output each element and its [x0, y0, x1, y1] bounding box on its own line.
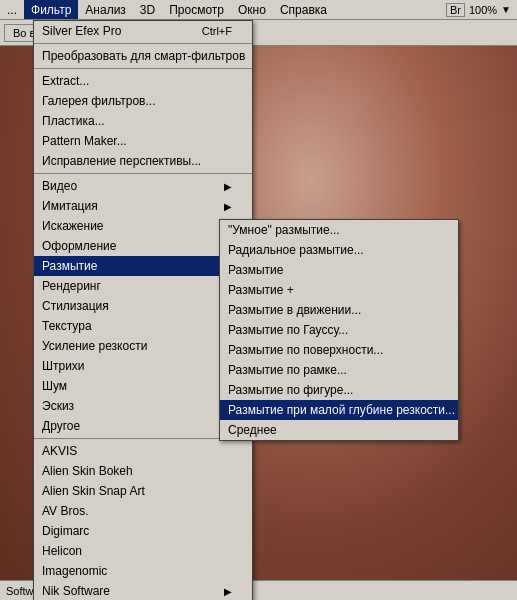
- menu-filter-gallery[interactable]: Галерея фильтров...: [34, 91, 252, 111]
- submenu-average[interactable]: Среднее: [220, 420, 458, 440]
- menu-item-analysis[interactable]: Анализ: [78, 0, 133, 19]
- menu-alien-bokeh[interactable]: Alien Skin Bokeh: [34, 461, 252, 481]
- menu-vanishing-point[interactable]: Исправление перспективы...: [34, 151, 252, 171]
- blur-submenu: "Умное" размытие... Радиальное размытие.…: [219, 219, 459, 441]
- menu-imagenomic[interactable]: Imagenomic: [34, 561, 252, 581]
- menu-item-filter[interactable]: Фильтр: [24, 0, 78, 19]
- menu-alien-snap[interactable]: Alien Skin Snap Art: [34, 481, 252, 501]
- submenu-radial-blur[interactable]: Радиальное размытие...: [220, 240, 458, 260]
- submenu-smart-blur[interactable]: "Умное" размытие...: [220, 220, 458, 240]
- submenu-lens-blur[interactable]: Размытие при малой глубине резкости...: [220, 400, 458, 420]
- menu-item-window[interactable]: Окно: [231, 0, 273, 19]
- separator-2: [34, 68, 252, 69]
- menu-silver-efex[interactable]: Silver Efex Pro Ctrl+F: [34, 21, 252, 41]
- submenu-motion-blur[interactable]: Размытие в движении...: [220, 300, 458, 320]
- menu-bar: ... Фильтр Анализ 3D Просмотр Окно Справ…: [0, 0, 517, 20]
- menu-convert-smart[interactable]: Преобразовать для смарт-фильтров: [34, 46, 252, 66]
- submenu-blur-plus[interactable]: Размытие +: [220, 280, 458, 300]
- menu-avbros[interactable]: AV Bros.: [34, 501, 252, 521]
- menu-imitation[interactable]: Имитация ▶: [34, 196, 252, 216]
- arrow-icon: ▶: [224, 181, 232, 192]
- menu-digimarc[interactable]: Digimarc: [34, 521, 252, 541]
- zoom-level: 100%: [469, 4, 497, 16]
- menu-item-help[interactable]: Справка: [273, 0, 334, 19]
- menu-item-3d[interactable]: 3D: [133, 0, 162, 19]
- menu-nik-software[interactable]: Nik Software ▶: [34, 581, 252, 600]
- menu-extract[interactable]: Extract...: [34, 71, 252, 91]
- menu-video[interactable]: Видео ▶: [34, 176, 252, 196]
- submenu-box-blur[interactable]: Размытие по рамке...: [220, 360, 458, 380]
- menu-liquify[interactable]: Пластика...: [34, 111, 252, 131]
- submenu-shape-blur[interactable]: Размытие по фигуре...: [220, 380, 458, 400]
- submenu-surface-blur[interactable]: Размытие по поверхности...: [220, 340, 458, 360]
- menu-item-edit[interactable]: ...: [0, 0, 24, 19]
- zoom-arrow[interactable]: ▼: [501, 4, 511, 15]
- submenu-blur[interactable]: Размытие: [220, 260, 458, 280]
- menu-helicon[interactable]: Helicon: [34, 541, 252, 561]
- separator-3: [34, 173, 252, 174]
- arrow-icon: ▶: [224, 586, 232, 597]
- menu-item-view[interactable]: Просмотр: [162, 0, 231, 19]
- menu-pattern-maker[interactable]: Pattern Maker...: [34, 131, 252, 151]
- separator-1: [34, 43, 252, 44]
- menu-akvis[interactable]: AKVIS: [34, 441, 252, 461]
- bridge-icon: Br: [446, 3, 465, 17]
- arrow-icon: ▶: [224, 201, 232, 212]
- submenu-gaussian-blur[interactable]: Размытие по Гауссу...: [220, 320, 458, 340]
